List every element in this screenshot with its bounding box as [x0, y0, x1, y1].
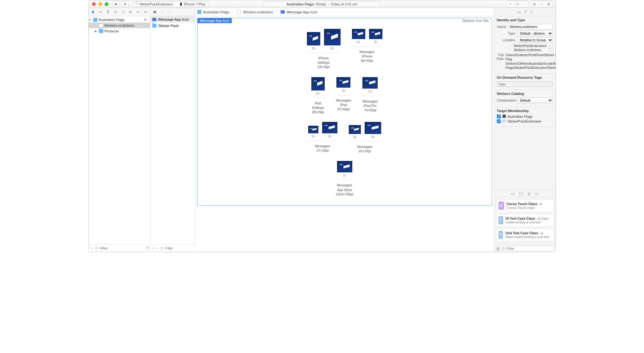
- toggle-navigator-icon[interactable]: ▥: [531, 1, 538, 7]
- outline-row[interactable]: iMessage App Icon: [150, 16, 195, 23]
- source-control-navigator-icon[interactable]: ⌥: [98, 10, 103, 15]
- panel-toggle-segmented[interactable]: ▥ ▭ ▥: [531, 1, 552, 7]
- icon-slot[interactable]: AUS3x: [322, 122, 337, 138]
- test-navigator-icon[interactable]: ◎: [128, 10, 133, 15]
- activity-viewer[interactable]: Australian Flags: Ready | Today at 2:41 …: [263, 1, 381, 7]
- asset-canvas[interactable]: iMessage App Icon Stickers Icon Set AUS2…: [197, 18, 492, 206]
- remove-icon[interactable]: −: [156, 246, 159, 250]
- library-item[interactable]: TUnit Test Case Class - A class implemen…: [496, 229, 554, 241]
- run-button[interactable]: ▶: [113, 1, 120, 7]
- icon-group: AUS2xAUS3xMessages27×20pt: [308, 122, 337, 153]
- icon-slot[interactable]: AUS3x: [324, 29, 341, 50]
- location-select[interactable]: Relative to Group: [517, 37, 553, 43]
- find-navigator-icon[interactable]: ⚠: [113, 10, 118, 15]
- asset-type-label: Stickers Icon Set: [459, 18, 492, 23]
- scheme-selector[interactable]: ⓘ StickerPackExtension 〉 📱 iPhone 7 Plus: [133, 1, 208, 7]
- stop-button[interactable]: ■: [122, 1, 129, 7]
- tree-item-label: Products: [105, 29, 119, 33]
- add-icon[interactable]: +: [91, 246, 93, 250]
- section-title: Target Membership: [497, 109, 553, 113]
- project-navigator-icon[interactable]: ▮: [91, 10, 96, 15]
- standard-editor-icon[interactable]: ≡: [507, 1, 514, 7]
- outline-filter-bar: + − ⊙: [150, 244, 195, 252]
- code-snippet-library-icon[interactable]: { }: [519, 191, 523, 196]
- library-item[interactable]: TUI Test Case Class - A class implementi…: [496, 214, 554, 227]
- icon-slot[interactable]: AUS2x: [308, 126, 318, 138]
- slot-meta: MessagesiPhone60×45pt: [360, 49, 375, 63]
- compression-select[interactable]: Default: [517, 97, 553, 103]
- icon-slot[interactable]: AUS3x: [369, 29, 382, 44]
- grid-view-icon[interactable]: ▦: [496, 246, 500, 251]
- target-row[interactable]: Ⓔ StickerPackExtension: [497, 119, 553, 123]
- version-editor-icon[interactable]: ↔: [521, 1, 528, 7]
- icon-slot[interactable]: AUS2x: [336, 77, 350, 92]
- editor-mode-segmented[interactable]: ≡ ◎ ↔: [507, 1, 528, 7]
- odr-tags-input[interactable]: [497, 81, 553, 87]
- file-inspector-icon[interactable]: ▭: [517, 10, 521, 14]
- icon-slot[interactable]: AUS2x: [311, 77, 325, 95]
- filter-scope-icon[interactable]: ⊙: [502, 246, 505, 251]
- toggle-inspector-icon[interactable]: ▥: [545, 1, 552, 7]
- minimize-window-button[interactable]: [98, 2, 102, 6]
- issue-navigator-icon[interactable]: ◇: [120, 10, 126, 15]
- library-filter-input[interactable]: [507, 247, 554, 250]
- icon-slot-image[interactable]: AUS: [311, 77, 325, 90]
- navigator-filter-input[interactable]: [100, 246, 144, 250]
- choose-location-icon[interactable]: ▭: [549, 45, 553, 50]
- jump-seg[interactable]: Stickers.xcstickers: [243, 10, 273, 14]
- toggle-debug-icon[interactable]: ▭: [538, 1, 545, 7]
- target-checkbox[interactable]: [497, 119, 501, 123]
- add-icon[interactable]: +: [152, 246, 154, 250]
- icon-slot-image[interactable]: AUS: [337, 161, 352, 172]
- breakpoint-navigator-icon[interactable]: ▭: [143, 10, 148, 15]
- attributes-inspector-icon[interactable]: ⎋: [530, 10, 532, 14]
- tree-row[interactable]: Stickers.xcstickers: [89, 23, 150, 28]
- target-row[interactable]: 🅰 Australian Flags: [497, 115, 553, 118]
- icon-slot-image[interactable]: AUS: [308, 126, 318, 133]
- related-items-icon[interactable]: ▦: [152, 10, 157, 15]
- name-input[interactable]: [508, 24, 553, 30]
- icon-slot-image[interactable]: AUS: [352, 29, 365, 39]
- filter-scope-icon[interactable]: ⊙: [95, 246, 98, 250]
- forward-icon[interactable]: ›: [167, 10, 172, 15]
- quick-help-icon[interactable]: ?: [524, 10, 527, 14]
- icon-slot-image[interactable]: AUS: [365, 122, 381, 134]
- icon-slot-image[interactable]: AUS: [324, 29, 341, 45]
- symbol-navigator-icon[interactable]: ⚲: [106, 10, 111, 15]
- media-library-icon[interactable]: ▭: [535, 191, 538, 196]
- jump-seg[interactable]: Australian Flags: [203, 10, 229, 14]
- icon-slot-image[interactable]: AUS: [307, 32, 320, 45]
- filter-scope-icon[interactable]: ⊙: [160, 246, 164, 250]
- file-template-library-icon[interactable]: ▭: [511, 191, 515, 196]
- object-library-icon[interactable]: ◎: [527, 191, 530, 196]
- target-checkbox[interactable]: [497, 115, 501, 118]
- jump-bar[interactable]: Australian Flags 〉 Stickers.xcstickers 〉…: [195, 8, 494, 16]
- assistant-editor-icon[interactable]: ◎: [514, 1, 521, 7]
- icon-slot-image[interactable]: AUS: [336, 77, 350, 88]
- icon-slot-image[interactable]: AUS: [369, 29, 382, 39]
- back-icon[interactable]: ‹: [160, 10, 165, 15]
- recent-filter-icon[interactable]: ⏱: [146, 246, 149, 250]
- icon-slot[interactable]: AUS2x: [362, 77, 378, 93]
- target-label: Australian Flags: [508, 115, 533, 118]
- icon-slot[interactable]: AUS1x: [337, 161, 352, 177]
- icon-slot[interactable]: AUS3x: [365, 122, 381, 139]
- icon-slot[interactable]: AUS2x: [349, 125, 361, 139]
- debug-navigator-icon[interactable]: ≡: [135, 10, 140, 15]
- icon-slot-image[interactable]: AUS: [349, 125, 361, 134]
- tree-row[interactable]: ▶ Products: [89, 28, 150, 34]
- icon-slot[interactable]: AUS2x: [307, 32, 320, 50]
- jump-seg[interactable]: iMessage App Icon: [287, 10, 317, 14]
- icon-slot[interactable]: AUS2x: [352, 29, 365, 44]
- icon-slot-image[interactable]: AUS: [362, 77, 378, 89]
- close-window-button[interactable]: [92, 2, 96, 6]
- tree-project-row[interactable]: ▼ Australian Flags M: [89, 17, 150, 23]
- type-select[interactable]: Default - stickers: [517, 30, 553, 36]
- project-tree[interactable]: ▼ Australian Flags M Stickers.xcstickers…: [89, 16, 150, 244]
- icon-group: AUS2xAUS3xiPhoneSettings29×29pt: [307, 29, 341, 70]
- zoom-window-button[interactable]: [105, 2, 108, 6]
- icon-slot-image[interactable]: AUS: [322, 122, 337, 133]
- library-item[interactable]: CCocoa Touch Class - A Cocoa Touch class: [496, 199, 554, 212]
- asset-outline-list[interactable]: iMessage App IconSticker Pack: [150, 16, 195, 244]
- outline-row[interactable]: Sticker Pack: [150, 23, 195, 29]
